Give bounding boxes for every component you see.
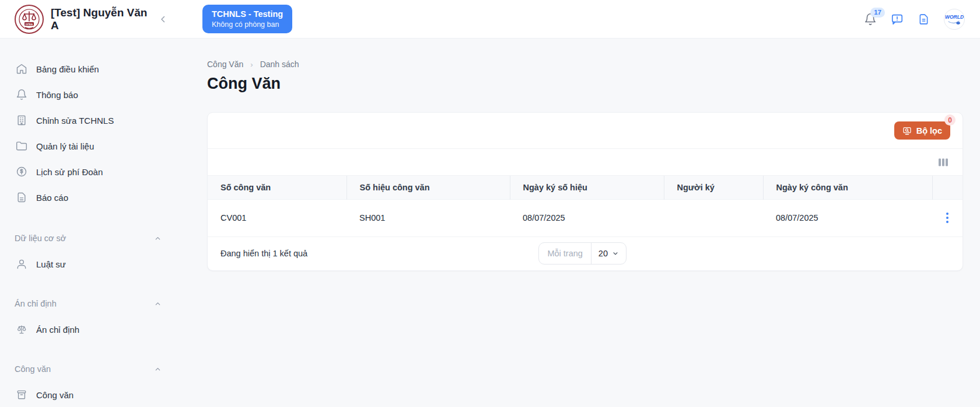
sidebar: Bảng điều khiển Thông báo Chỉnh sửa TCHN… (0, 39, 207, 407)
page-title: Công Văn (207, 75, 963, 93)
notifications-button[interactable]: 17 (864, 13, 877, 26)
sidebar-item-label: Bảng điều khiển (36, 64, 99, 74)
column-header-ngay-ky-cong-van: Ngày ký công văn (763, 176, 932, 200)
screen-search-icon (902, 126, 912, 135)
results-summary: Đang hiển thị 1 kết quả (220, 249, 307, 258)
filter-button-label: Bộ lọc (916, 126, 942, 135)
row-actions-menu-icon[interactable] (932, 200, 963, 236)
column-settings-button[interactable] (937, 158, 949, 167)
org-name: [Test] Nguyễn Văn A (51, 6, 149, 32)
sidebar-item-label: Báo cáo (36, 193, 68, 203)
card-toolbar: Bộ lọc 0 (208, 113, 963, 149)
chevron-up-icon (154, 300, 162, 308)
sidebar-section-core-data[interactable]: Dữ liệu cơ sở (0, 225, 207, 251)
report-icon (16, 192, 27, 203)
archive-icon (16, 389, 27, 401)
filter-button[interactable]: Bộ lọc 0 (894, 121, 950, 140)
home-icon (16, 63, 27, 75)
sidebar-item-dashboard[interactable]: Bảng điều khiển (0, 56, 207, 82)
notification-count-badge: 17 (870, 8, 885, 18)
documents-button[interactable] (918, 13, 930, 26)
dispatch-table: Số công văn Số hiệu công văn Ngày ký số … (208, 175, 963, 236)
page-size-value: 20 (598, 249, 608, 258)
scales-icon (16, 323, 27, 335)
sidebar-item-label: Công văn (36, 390, 74, 400)
page-size-select[interactable]: 20 (591, 243, 626, 264)
cell-nguoi-ky (664, 200, 763, 236)
section-label: Dữ liệu cơ sở (15, 234, 66, 243)
columns-icon (937, 158, 949, 167)
chevron-up-icon (154, 235, 162, 242)
sidebar-item-fee-history[interactable]: Lịch sử phí Đoàn (0, 159, 207, 185)
org-logo: DPBA (15, 5, 44, 34)
sidebar-item-label: Thông báo (36, 90, 78, 100)
top-header: DPBA [Test] Nguyễn Văn A TCHNLS - Testin… (0, 0, 980, 39)
dollar-circle-icon (16, 166, 27, 178)
column-header-actions (932, 176, 963, 200)
sidebar-item-label: Quản lý tài liệu (36, 141, 94, 151)
column-header-so-cong-van: Số công văn (208, 176, 346, 200)
workspace-badge[interactable]: TCHNLS - Testing Không có phòng ban (202, 5, 292, 33)
sidebar-item-label: Án chỉ định (36, 325, 79, 335)
sidebar-section-official-dispatch[interactable]: Công văn (0, 356, 207, 382)
column-header-so-hieu-cong-van: Số hiệu công văn (346, 176, 510, 200)
sidebar-section-assigned-cases[interactable]: Án chỉ định (0, 291, 207, 316)
svg-text:WORLD: WORLD (945, 14, 964, 20)
table-row[interactable]: CV001 SH001 08/07/2025 08/07/2025 (208, 200, 963, 236)
sidebar-item-lawyers[interactable]: Luật sư (0, 251, 207, 277)
sidebar-item-notifications[interactable]: Thông báo (0, 82, 207, 107)
table-options-row (208, 149, 963, 175)
main-content: Công Văn › Danh sách Công Văn Bộ lọc 0 (207, 39, 980, 407)
sidebar-item-documents[interactable]: Quản lý tài liệu (0, 133, 207, 159)
cell-so-cong-van: CV001 (208, 200, 346, 236)
cell-ngay-ky-so-hieu: 08/07/2025 (510, 200, 664, 236)
sidebar-item-assigned-cases[interactable]: Án chỉ định (0, 316, 207, 342)
breadcrumb-item[interactable]: Danh sách (260, 60, 299, 69)
sidebar-item-reports[interactable]: Báo cáo (0, 185, 207, 210)
filter-count-badge: 0 (944, 114, 956, 126)
table-header-row: Số công văn Số hiệu công văn Ngày ký số … (208, 176, 963, 200)
column-header-nguoi-ky: Người ký (664, 176, 763, 200)
section-label: Công văn (15, 364, 51, 374)
user-icon (16, 258, 27, 270)
table-footer: Đang hiển thị 1 kết quả Mỗi trang 20 (208, 236, 963, 270)
breadcrumb: Công Văn › Danh sách (207, 60, 963, 69)
bell-icon (16, 89, 27, 100)
building-icon (16, 114, 27, 126)
workspace-title: TCHNLS - Testing (212, 9, 283, 19)
chat-alert-icon (891, 13, 904, 26)
sidebar-collapse-icon[interactable] (158, 14, 169, 25)
page-size-label: Mỗi trang (539, 243, 590, 264)
sidebar-item-official-dispatch[interactable]: Công văn (0, 382, 207, 407)
page-size-control: Mỗi trang 20 (538, 242, 626, 265)
header-actions: 17 WORLD (864, 9, 965, 30)
cell-actions (932, 200, 963, 236)
svg-text:DPBA: DPBA (26, 22, 33, 25)
column-header-ngay-ky-so-hieu: Ngày ký số hiệu (510, 176, 664, 200)
chevron-down-icon (612, 250, 619, 257)
feedback-button[interactable] (891, 13, 904, 26)
workspace-subtitle: Không có phòng ban (212, 20, 283, 29)
cell-ngay-ky-cong-van: 08/07/2025 (763, 200, 932, 236)
sidebar-item-label: Chỉnh sửa TCHNLS (36, 116, 114, 126)
sidebar-item-label: Luật sư (36, 259, 66, 269)
folder-icon (16, 140, 27, 152)
sidebar-item-edit-tchnls[interactable]: Chỉnh sửa TCHNLS (0, 107, 207, 133)
document-icon (918, 13, 930, 26)
user-avatar[interactable]: WORLD (944, 9, 965, 30)
chevron-up-icon (154, 366, 162, 373)
section-label: Án chỉ định (15, 299, 57, 308)
breadcrumb-item[interactable]: Công Văn (207, 60, 243, 69)
sidebar-item-label: Lịch sử phí Đoàn (36, 167, 103, 177)
breadcrumb-separator-icon: › (250, 60, 253, 69)
dispatch-list-card: Bộ lọc 0 Số công văn Số hiệu công văn (207, 112, 963, 271)
cell-so-hieu-cong-van: SH001 (346, 200, 510, 236)
